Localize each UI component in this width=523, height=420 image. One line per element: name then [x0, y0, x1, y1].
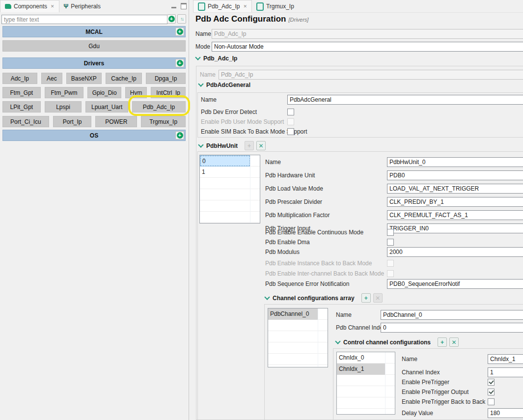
instance-b2b-checkbox: [387, 260, 394, 267]
channel-name-field[interactable]: [381, 310, 523, 320]
remove-hw-unit-button[interactable]: ✕: [256, 141, 266, 150]
sort-icon: ↑↓: [180, 16, 183, 22]
section-pdb-adc-general[interactable]: PdbAdcGeneral: [199, 82, 250, 88]
sequence-error-label: Pdb Sequence Error Notification: [265, 279, 349, 289]
add-control-channel-button[interactable]: +: [438, 337, 447, 347]
component-button-ftm-pwm[interactable]: Ftm_Pwm: [45, 87, 84, 98]
minimize-icon[interactable]: [171, 7, 176, 8]
section-pdb-hw-unit[interactable]: PdbHwUnit + ✕: [199, 141, 266, 150]
load-value-mode-field[interactable]: [387, 184, 523, 194]
dev-error-detect-label: Pdb Dev Error Detect: [201, 107, 257, 117]
hw-name-field[interactable]: [387, 157, 523, 167]
modulus-label: Pdb Modulus: [265, 247, 300, 257]
component-button-trgmux-ip[interactable]: Trgmux_Ip: [141, 116, 186, 127]
add-driver-button[interactable]: +: [175, 59, 184, 67]
enable-dma-checkbox[interactable]: [387, 239, 394, 246]
editor-tab-trgmux-ip[interactable]: Trgmux_Ip: [252, 0, 299, 12]
trigger-input-field[interactable]: [387, 224, 523, 233]
list-item[interactable]: PdbChannel_0: [268, 308, 318, 320]
section-pdb-adc-ip[interactable]: Pdb_Adc_Ip: [196, 55, 237, 62]
root-name-field[interactable]: [219, 70, 523, 80]
channel-index-label: Pdb Channel Index: [336, 323, 386, 333]
component-button-lpspi[interactable]: Lpspi: [45, 101, 82, 112]
pretrigger-output-label: Enable PreTrigger Output: [402, 387, 468, 397]
control-index-label: Channel Index: [402, 367, 440, 377]
list-item[interactable]: 1: [200, 167, 250, 178]
enable-dma-label: Pdb Enable Dma: [265, 237, 310, 247]
section-channel-configurations[interactable]: Channel configurations array + ✕: [265, 293, 383, 303]
channel-name-label: Name: [336, 310, 352, 320]
name-label: Name: [201, 95, 217, 105]
list-item[interactable]: ChnIdx_0: [337, 352, 385, 364]
general-name-field[interactable]: [287, 95, 523, 105]
control-name-field[interactable]: [488, 354, 523, 364]
tab-peripherals-label: Peripherals: [71, 3, 101, 10]
sort-button[interactable]: ↑↓: [177, 14, 186, 24]
component-button-gpio-dio[interactable]: Gpio_Dio: [87, 87, 121, 98]
pretrigger-checkbox[interactable]: [488, 379, 495, 386]
remove-control-channel-button[interactable]: ✕: [449, 337, 459, 347]
close-icon[interactable]: ✕: [243, 4, 247, 9]
component-button-adc-ip[interactable]: Adc_Ip: [2, 73, 37, 84]
component-button-power[interactable]: POWER: [95, 116, 137, 127]
maximize-icon[interactable]: [181, 3, 187, 9]
page-category: [Drivers]: [288, 17, 308, 23]
component-button-basenxp[interactable]: BaseNXP: [66, 73, 102, 84]
user-mode-support-checkbox: [287, 118, 294, 125]
add-os-button[interactable]: +: [175, 131, 184, 140]
editor-panel: Pdb_Adc_Ip ✕ Trgmux_Ip Pdb Adc Configura…: [193, 0, 523, 420]
interchannel-b2b-label: Pdb Enable Inter-channel Back to Back Mo…: [265, 269, 384, 279]
load-value-mode-label: Pdb Load Value Mode: [265, 184, 323, 194]
pretrigger-b2b-checkbox[interactable]: [488, 398, 495, 405]
control-index-field[interactable]: [488, 367, 523, 377]
remove-channel-button: ✕: [373, 293, 383, 303]
sim-b2b-checkbox[interactable]: [287, 128, 294, 135]
list-item[interactable]: ChnIdx_1: [337, 364, 385, 375]
prescaler-divider-label: Pdb Prescaler Divider: [265, 197, 322, 207]
component-button-lpuart-uart[interactable]: Lpuart_Uart: [85, 101, 128, 112]
component-button-port-ci-icu[interactable]: Port_Ci_Icu: [2, 116, 49, 127]
tab-peripherals[interactable]: Ψ Peripherals: [59, 0, 105, 12]
tab-components[interactable]: Components ✕: [0, 0, 59, 12]
add-component-button[interactable]: +: [167, 14, 176, 24]
component-button-ftm-gpt[interactable]: Ftm_Gpt: [2, 87, 41, 98]
app-root: { "icons": { "close": "✕", "plus": "+", …: [0, 0, 523, 420]
component-button-lpit-gpt[interactable]: LPit_Gpt: [2, 101, 41, 112]
channel-index-field[interactable]: [381, 323, 523, 333]
add-channel-button[interactable]: +: [361, 293, 371, 303]
sequence-error-field[interactable]: [387, 279, 523, 289]
component-button-pdb-adc-ip[interactable]: Pdb_Adc_Ip: [132, 101, 186, 112]
pretrigger-output-checkbox[interactable]: [488, 389, 495, 395]
component-button-intctrl-ip[interactable]: IntCtrl_Ip: [151, 87, 186, 98]
component-button-port-ip[interactable]: Port_Ip: [53, 116, 92, 127]
delay-value-label: Delay Value: [402, 408, 433, 418]
driver-row-2: Ftm_Gpt Ftm_Pwm Gpio_Dio Hvm IntCtrl_Ip: [2, 87, 186, 98]
plus-circle-icon: +: [168, 16, 175, 22]
list-item[interactable]: 0: [200, 155, 250, 167]
delay-value-field[interactable]: [488, 408, 523, 418]
add-mcal-button[interactable]: +: [175, 28, 184, 36]
prescaler-divider-field[interactable]: [387, 197, 523, 207]
driver-row-3: LPit_Gpt Lpspi Lpuart_Uart Pdb_Adc_Ip: [2, 101, 186, 112]
component-button-dpga-ip[interactable]: Dpga_Ip: [146, 73, 186, 84]
component-button-aec[interactable]: Aec: [41, 73, 62, 84]
panel-window-buttons: [171, 3, 187, 9]
plus-circle-icon: +: [177, 132, 183, 139]
name-field[interactable]: [212, 29, 523, 39]
multiplication-factor-field[interactable]: [387, 210, 523, 220]
group-header-mcal: MCAL +: [2, 26, 186, 37]
group-header-drivers: Drivers +: [2, 57, 186, 69]
dev-error-detect-checkbox[interactable]: [287, 109, 294, 115]
component-button-cache-ip[interactable]: Cache_Ip: [106, 73, 142, 84]
filter-input[interactable]: [1, 15, 167, 24]
editor-tab-pdb-adc-ip[interactable]: Pdb_Adc_Ip ✕: [193, 0, 252, 12]
modulus-field[interactable]: [387, 247, 523, 257]
continuous-mode-checkbox[interactable]: [387, 229, 394, 236]
hw-unit-field[interactable]: [387, 170, 523, 180]
continuous-mode-label: Pdb Enable Enable Continuous Mode: [265, 227, 363, 237]
component-button-hvm[interactable]: Hvm: [125, 87, 147, 98]
section-control-channel-configurations[interactable]: Control channel configurations + ✕: [336, 337, 459, 347]
close-icon[interactable]: ✕: [51, 4, 55, 9]
component-button-gdu[interactable]: Gdu: [2, 40, 186, 52]
mode-field[interactable]: [212, 42, 523, 52]
